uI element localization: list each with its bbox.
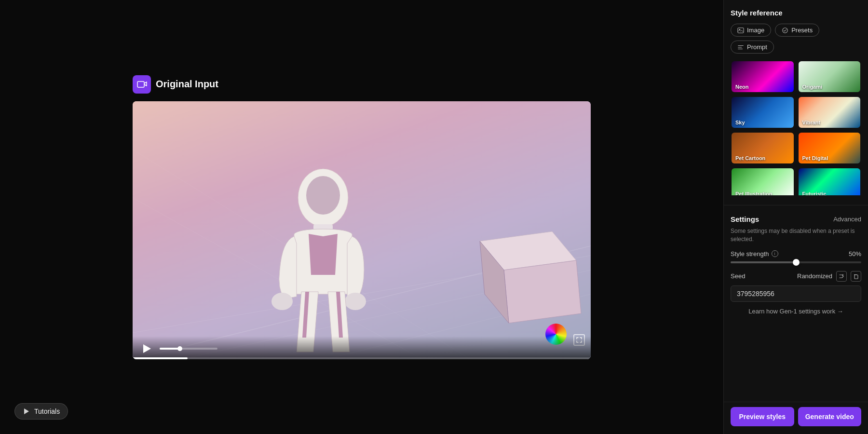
play-button[interactable]	[140, 342, 154, 355]
tab-presets[interactable]: Presets	[775, 24, 819, 37]
timeline-progress	[133, 357, 188, 359]
original-input-icon-box	[133, 75, 151, 94]
svg-point-15	[783, 27, 788, 33]
slider-filled	[731, 261, 796, 263]
style-strength-row: Style strength i 50%	[731, 250, 861, 258]
svg-rect-16	[854, 275, 858, 279]
preview-styles-button[interactable]: Preview styles	[731, 407, 794, 426]
generate-video-button[interactable]: Generate video	[798, 407, 862, 426]
progress-bar[interactable]	[160, 348, 217, 350]
preset-card-vibrant[interactable]: Vibrant	[798, 96, 862, 129]
right-panel: Style reference Image Presets	[723, 0, 868, 434]
preset-card-sky[interactable]: Sky	[731, 96, 795, 129]
preset-label-pet-illustration: Pet Illustration	[735, 191, 772, 195]
slider-track	[731, 261, 861, 263]
tutorials-label: Tutorials	[34, 407, 60, 415]
settings-section: Settings Advanced Some settings may be d…	[724, 210, 868, 327]
progress-thumb	[177, 346, 182, 351]
advanced-link[interactable]: Advanced	[833, 216, 861, 223]
preset-label-pet-digital: Pet Digital	[802, 155, 828, 161]
video-scene-svg	[133, 101, 591, 359]
progress-filled	[160, 348, 180, 350]
slider-thumb	[793, 259, 800, 266]
seed-right: Randomized	[797, 271, 861, 282]
style-strength-slider[interactable]	[731, 261, 861, 263]
seed-row: Seed Randomized	[731, 271, 861, 282]
svg-point-11	[345, 293, 366, 310]
prompt-tab-icon	[737, 44, 744, 51]
tab-presets-label: Presets	[791, 27, 813, 34]
settings-header: Settings Advanced	[731, 215, 861, 223]
video-player	[133, 101, 591, 359]
seed-label: Seed	[731, 272, 745, 280]
tab-prompt[interactable]: Prompt	[731, 41, 774, 54]
style-strength-value: 50%	[849, 250, 861, 258]
original-input-header: Original Input	[133, 75, 218, 94]
seed-copy-button[interactable]	[851, 271, 861, 282]
preset-label-origami: Origami	[802, 84, 823, 90]
image-tab-icon	[737, 27, 744, 34]
video-icon	[136, 79, 147, 90]
seed-value-box[interactable]: 3795285956	[731, 285, 861, 302]
style-strength-label: Style strength i	[731, 250, 778, 258]
preset-grid: NeonOrigamiSkyVibrantPet CartoonPet Digi…	[731, 60, 861, 195]
svg-line-5	[133, 198, 422, 359]
video-frame	[133, 101, 591, 359]
original-input-title: Original Input	[156, 79, 218, 90]
tutorials-button[interactable]: Tutorials	[14, 403, 68, 420]
preset-card-pet-illustration[interactable]: Pet Illustration	[731, 167, 795, 195]
svg-rect-0	[137, 81, 144, 87]
preset-card-pet-digital[interactable]: Pet Digital	[798, 132, 862, 164]
preset-label-pet-cartoon: Pet Cartoon	[735, 155, 765, 161]
svg-rect-13	[738, 27, 744, 33]
preset-label-vibrant: Vibrant	[802, 120, 821, 125]
preset-card-futuristic[interactable]: Futuristic	[798, 167, 862, 195]
settings-title: Settings	[731, 215, 759, 223]
svg-point-10	[271, 293, 293, 310]
preset-label-neon: Neon	[735, 84, 749, 90]
seed-shuffle-button[interactable]	[836, 271, 847, 282]
presets-tab-icon	[782, 27, 788, 34]
preset-card-origami[interactable]: Origami	[798, 60, 862, 93]
video-controls	[133, 336, 591, 359]
tab-prompt-label: Prompt	[747, 43, 767, 51]
settings-note: Some settings may be disabled when a pre…	[731, 227, 861, 244]
style-reference-title: Style reference	[731, 9, 861, 17]
divider-1	[724, 205, 868, 205]
svg-marker-12	[24, 408, 29, 414]
seed-randomized-text: Randomized	[797, 272, 832, 280]
style-strength-info-icon[interactable]: i	[772, 250, 778, 257]
shuffle-icon	[839, 273, 844, 279]
tab-image-label: Image	[747, 27, 764, 34]
copy-icon	[853, 273, 859, 279]
style-tabs-row: Image Presets Prompt	[731, 24, 861, 54]
play-icon	[143, 344, 151, 353]
style-reference-section: Style reference Image Presets	[724, 0, 868, 200]
svg-point-8	[306, 176, 340, 215]
preset-card-neon[interactable]: Neon	[731, 60, 795, 93]
learn-link[interactable]: Learn how Gen-1 settings work →	[731, 308, 861, 315]
preset-label-futuristic: Futuristic	[802, 191, 827, 195]
timeline-bar[interactable]	[133, 357, 591, 359]
tab-image[interactable]: Image	[731, 24, 771, 37]
preset-label-sky: Sky	[735, 120, 745, 125]
preset-card-pet-cartoon[interactable]: Pet Cartoon	[731, 132, 795, 164]
tutorials-icon	[23, 407, 30, 415]
bottom-buttons: Preview styles Generate video	[724, 402, 868, 434]
